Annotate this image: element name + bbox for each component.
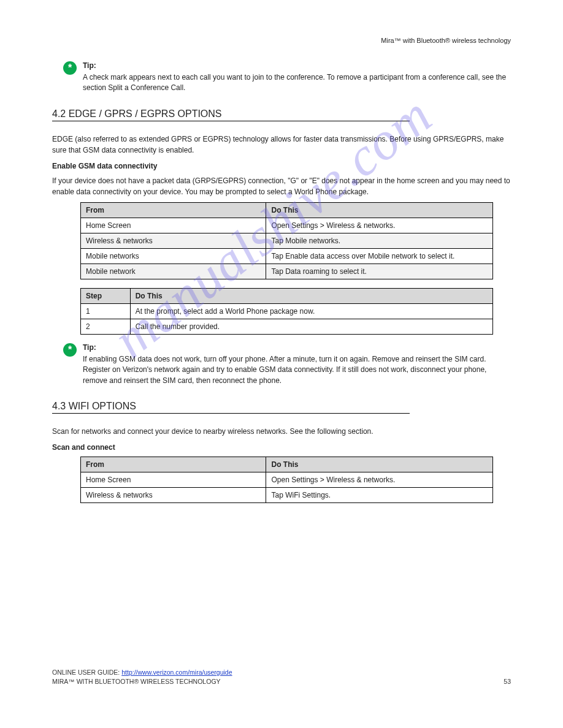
table-cell: 2 bbox=[81, 319, 131, 334]
table-gsm-steps: From Do This Home ScreenOpen Settings > … bbox=[80, 202, 493, 279]
table-header: From bbox=[81, 457, 266, 472]
page-content: Mira™ with Bluetooth® wireless technolog… bbox=[0, 0, 563, 503]
page-header: Mira™ with Bluetooth® wireless technolog… bbox=[52, 37, 511, 44]
subheading-enable-gsm: Enable GSM data connectivity bbox=[52, 162, 511, 170]
table-wifi-steps: From Do This Home ScreenOpen Settings > … bbox=[80, 457, 493, 503]
tip-block-1: * Tip: A check mark appears next to each… bbox=[63, 61, 511, 94]
table-cell: Wireless & networks bbox=[81, 487, 266, 502]
page-number: 53 bbox=[504, 678, 511, 685]
table-cell: Mobile network bbox=[81, 264, 266, 279]
footer-product-name: MIRA™ WITH BLUETOOTH® WIRELESS TECHNOLOG… bbox=[52, 678, 221, 685]
section-rule bbox=[52, 121, 410, 121]
table-cell: Home Screen bbox=[81, 218, 266, 233]
table-cell: Tap Mobile networks. bbox=[266, 233, 493, 248]
table-row: Mobile networksTap Enable data access ov… bbox=[81, 248, 493, 264]
table-header: Step bbox=[81, 288, 131, 303]
header-right-text: Mira™ with Bluetooth® wireless technolog… bbox=[381, 37, 511, 44]
table-row: 1At the prompt, select add a World Phone… bbox=[81, 303, 493, 319]
tip-label: Tip: bbox=[83, 343, 511, 352]
tip-block-2: * Tip: If enabling GSM data does not wor… bbox=[63, 343, 511, 386]
section-rule bbox=[52, 413, 410, 414]
asterisk-icon: * bbox=[63, 343, 77, 357]
section-title-43: 4.3 WIFI OPTIONS bbox=[52, 401, 511, 412]
tip-content: Tip: A check mark appears next to each c… bbox=[83, 61, 511, 94]
footer-line2: MIRA™ WITH BLUETOOTH® WIRELESS TECHNOLOG… bbox=[52, 678, 511, 685]
table-header: Do This bbox=[130, 288, 493, 303]
table-cell: Open Settings > Wireless & networks. bbox=[266, 218, 493, 233]
table-header: Do This bbox=[266, 457, 493, 472]
table-cell: 1 bbox=[81, 303, 131, 319]
table-row: 2Call the number provided. bbox=[81, 319, 493, 334]
table-cell: Call the number provided. bbox=[130, 319, 493, 334]
section-intro: EDGE (also referred to as extended GPRS … bbox=[52, 134, 511, 156]
section-intro: Scan for networks and connect your devic… bbox=[52, 426, 511, 437]
table-row: Mobile networkTap Data roaming to select… bbox=[81, 264, 493, 279]
table-cell: Open Settings > Wireless & networks. bbox=[266, 472, 493, 487]
table-worldphone-steps: Step Do This 1At the prompt, select add … bbox=[80, 288, 493, 335]
table-header: From bbox=[81, 202, 266, 218]
tip-text: If enabling GSM data does not work, turn… bbox=[83, 354, 511, 386]
table-row: Home ScreenOpen Settings > Wireless & ne… bbox=[81, 472, 493, 487]
table-cell: Home Screen bbox=[81, 472, 266, 487]
table-cell: Tap WiFi Settings. bbox=[266, 487, 493, 502]
footer-link-url[interactable]: http://www.verizon.com/mira/userguide bbox=[121, 669, 232, 676]
table-cell: Mobile networks bbox=[81, 248, 266, 264]
table-row: Wireless & networksTap Mobile networks. bbox=[81, 233, 493, 248]
page-footer: ONLINE USER GUIDE: http://www.verizon.co… bbox=[52, 669, 511, 685]
section-desc: If your device does not have a packet da… bbox=[52, 175, 511, 197]
table-cell: Tap Data roaming to select it. bbox=[266, 264, 493, 279]
table-cell: At the prompt, select add a World Phone … bbox=[130, 303, 493, 319]
footer-line1: ONLINE USER GUIDE: http://www.verizon.co… bbox=[52, 669, 511, 676]
tip-label: Tip: bbox=[83, 61, 511, 70]
subheading-scan-connect: Scan and connect bbox=[52, 443, 511, 452]
tip-content: Tip: If enabling GSM data does not work,… bbox=[83, 343, 511, 386]
footer-prefix: ONLINE USER GUIDE: bbox=[52, 669, 121, 676]
tip-text: A check mark appears next to each call y… bbox=[83, 72, 511, 94]
table-header: Do This bbox=[266, 202, 493, 218]
table-cell: Tap Enable data access over Mobile netwo… bbox=[266, 248, 493, 264]
section-title-42: 4.2 EDGE / GPRS / EGPRS OPTIONS bbox=[52, 108, 511, 119]
table-cell: Wireless & networks bbox=[81, 233, 266, 248]
asterisk-icon: * bbox=[63, 61, 77, 75]
table-row: Wireless & networksTap WiFi Settings. bbox=[81, 487, 493, 502]
table-row: Home ScreenOpen Settings > Wireless & ne… bbox=[81, 218, 493, 233]
